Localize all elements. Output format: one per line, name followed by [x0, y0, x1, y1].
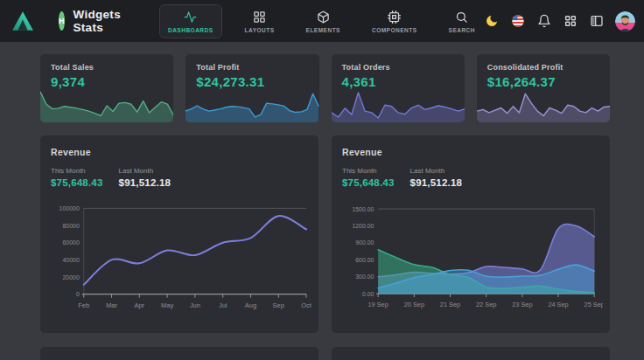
activity-icon [184, 10, 197, 24]
svg-text:1500.00: 1500.00 [352, 206, 374, 212]
partial-panel-right [332, 347, 610, 360]
revenue-line-chart[interactable]: 020000400006000080000100000FebMarAprMayJ… [51, 196, 312, 318]
nav-item-dashboards[interactable]: DASHBOARDS [159, 4, 222, 38]
revenue-area-chart[interactable]: 0.00300.00600.00900.001200.001500.0019 S… [342, 196, 603, 318]
nav-label: ELEMENTS [306, 27, 340, 33]
stat-card-total-profit[interactable]: Total Profit $24,273.31 [186, 54, 318, 122]
nav-label: SEARCH [449, 27, 475, 33]
stat-label: Total Profit [186, 54, 318, 72]
svg-text:Jun: Jun [190, 301, 200, 309]
sparkline-chart [332, 87, 465, 122]
revenue-panel-daily: Revenue This Month $75,648.43 Last Month… [332, 135, 610, 333]
svg-text:300.00: 300.00 [355, 273, 374, 280]
header-actions [484, 11, 635, 31]
stat-card-total-sales[interactable]: Total Sales 9,374 [40, 54, 173, 122]
top-navbar: H Widgets Stats DASHBOARDS LAYOUTS ELEME… [0, 0, 644, 42]
partial-panel-left [40, 347, 318, 360]
svg-text:May: May [161, 301, 173, 309]
box-icon [317, 10, 330, 24]
stat-card-total-orders[interactable]: Total Orders 4,361 [332, 54, 465, 122]
svg-text:Mar: Mar [106, 301, 117, 309]
svg-text:21 Sep: 21 Sep [440, 301, 460, 308]
apps-icon[interactable] [563, 14, 578, 29]
legend-this-month: This Month $75,648.43 [342, 167, 395, 188]
svg-text:Sep: Sep [273, 301, 284, 309]
nav-label: DASHBOARDS [168, 27, 214, 33]
svg-text:19 Sep: 19 Sep [368, 301, 388, 308]
svg-text:Feb: Feb [78, 301, 89, 309]
panel-title: Revenue [51, 147, 312, 157]
svg-text:0: 0 [76, 291, 80, 297]
stat-cards-row: Total Sales 9,374 Total Profit $24,273.3… [40, 54, 610, 122]
stat-value: 9,374 [40, 72, 173, 89]
revenue-legend: This Month $75,648.43 Last Month $91,512… [51, 167, 312, 188]
nav-item-layouts[interactable]: LAYOUTS [236, 4, 284, 38]
workspace-badge[interactable]: H [59, 11, 65, 31]
app-logo-icon[interactable] [11, 10, 34, 31]
bottom-panels-row [40, 347, 610, 360]
svg-text:20 Sep: 20 Sep [404, 301, 424, 308]
legend-last-month: Last Month $91,512.18 [410, 167, 463, 188]
sparkline-chart [186, 87, 318, 122]
nav-label: COMPONENTS [372, 27, 417, 33]
panel-title: Revenue [342, 147, 603, 157]
stat-value: $16,264.37 [477, 72, 610, 89]
legend-last-month: Last Month $91,512.18 [119, 167, 172, 188]
sparkline-chart [477, 87, 610, 122]
main-nav: DASHBOARDS LAYOUTS ELEMENTS COMPONENTS S… [159, 4, 484, 38]
svg-text:25 Sep: 25 Sep [584, 301, 603, 308]
svg-text:40000: 40000 [62, 257, 79, 263]
svg-text:20000: 20000 [62, 274, 79, 280]
revenue-panels-row: Revenue This Month $75,648.43 Last Month… [40, 135, 610, 333]
nav-label: LAYOUTS [245, 27, 275, 33]
revenue-legend: This Month $75,648.43 Last Month $91,512… [342, 167, 603, 188]
page-title: Widgets Stats [74, 8, 121, 34]
sparkline-chart [40, 87, 173, 122]
svg-text:60000: 60000 [62, 239, 79, 246]
layout-grid-icon [253, 10, 266, 24]
svg-text:Jul: Jul [219, 301, 228, 309]
main-content: Total Sales 9,374 Total Profit $24,273.3… [0, 42, 644, 360]
nav-item-search[interactable]: SEARCH [440, 4, 484, 38]
sidebar-toggle-icon[interactable] [589, 14, 604, 29]
bell-icon[interactable] [536, 14, 551, 29]
moon-icon[interactable] [484, 14, 499, 29]
stat-label: Total Sales [40, 54, 173, 72]
us-flag-icon[interactable] [510, 14, 525, 29]
svg-text:80000: 80000 [62, 223, 79, 229]
stat-card-consolidated-profit[interactable]: Consolidated Profit $16,264.37 [477, 54, 610, 122]
svg-text:Aug: Aug [245, 301, 256, 309]
svg-text:23 Sep: 23 Sep [512, 301, 532, 308]
stat-label: Consolidated Profit [477, 54, 610, 72]
stat-label: Total Orders [332, 54, 465, 72]
user-avatar[interactable] [615, 11, 635, 31]
svg-text:Oct: Oct [301, 301, 312, 309]
svg-text:100000: 100000 [60, 205, 80, 211]
svg-text:1200.00: 1200.00 [352, 223, 374, 229]
svg-text:24 Sep: 24 Sep [548, 301, 568, 308]
legend-this-month: This Month $75,648.43 [51, 167, 103, 188]
cpu-icon [388, 10, 401, 24]
nav-item-components[interactable]: COMPONENTS [363, 4, 426, 38]
stat-value: $24,273.31 [186, 72, 318, 89]
stat-value: 4,361 [332, 72, 465, 89]
svg-text:900.00: 900.00 [355, 239, 374, 246]
svg-text:22 Sep: 22 Sep [476, 301, 496, 308]
revenue-panel-monthly: Revenue This Month $75,648.43 Last Month… [40, 135, 318, 333]
svg-text:Apr: Apr [135, 301, 145, 309]
nav-item-elements[interactable]: ELEMENTS [298, 4, 349, 38]
svg-text:0.00: 0.00 [362, 291, 374, 297]
search-icon [455, 10, 468, 24]
svg-text:600.00: 600.00 [355, 257, 374, 263]
